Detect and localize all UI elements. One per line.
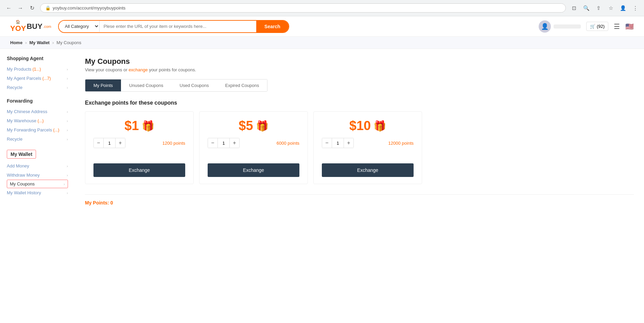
coupon-controls-5: − + 6000 points <box>208 138 299 148</box>
search-button[interactable]: Search <box>256 21 289 32</box>
category-select[interactable]: All Category <box>59 21 100 32</box>
wallet-section: My Wallet Add Money › Withdraw Money › M… <box>7 150 68 197</box>
qty-decrease-1[interactable]: − <box>94 138 103 148</box>
back-button[interactable]: ← <box>4 3 14 13</box>
coupon-controls-10: − + 12000 points <box>322 138 414 148</box>
qty-control-1: − + <box>93 138 125 148</box>
sidebar-item-label: Add Money <box>7 163 29 168</box>
qty-decrease-10[interactable]: − <box>322 138 332 148</box>
qty-control-10: − + <box>322 138 354 148</box>
coupon-value-1: $1 🎁 <box>124 119 154 133</box>
forwarding-parcels-badge: (...) <box>53 128 59 132</box>
qty-decrease-5[interactable]: − <box>208 138 217 148</box>
gift-icon-5: 🎁 <box>256 120 268 132</box>
qty-increase-5[interactable]: + <box>230 138 239 148</box>
shopping-agent-section: Shopping Agent My Products (1...) › My A… <box>7 56 68 92</box>
gift-icon-10: 🎁 <box>373 120 386 132</box>
qty-control-5: − + <box>208 138 240 148</box>
chevron-right-icon: › <box>67 164 68 168</box>
sidebar-item-my-warehouse[interactable]: My Warehouse (...) › <box>7 116 68 125</box>
search-input[interactable] <box>100 21 256 32</box>
sidebar-item-recycle-forwarding[interactable]: Recycle › <box>7 134 68 144</box>
page-subtitle: View your coupons or exchange your point… <box>85 67 634 72</box>
qty-input-5[interactable] <box>217 138 230 148</box>
logo-yoy: 🏠 YOY <box>10 20 26 33</box>
bottom-divider <box>85 194 634 195</box>
breadcrumb-home[interactable]: Home <box>10 40 22 45</box>
tab-my-points[interactable]: My Points <box>85 79 121 91</box>
exchange-link[interactable]: exchange <box>128 67 147 72</box>
username <box>554 24 581 29</box>
exchange-button-1[interactable]: Exchange <box>93 163 185 177</box>
tab-used-coupons[interactable]: Used Coupons <box>172 79 217 91</box>
qty-increase-10[interactable]: + <box>344 138 353 148</box>
chevron-right-icon: › <box>67 191 68 195</box>
avatar: 👤 <box>539 20 551 33</box>
cart-button[interactable]: 🛒 (92) <box>586 22 608 31</box>
sidebar-item-my-agent-parcels[interactable]: My Agent Parcels (...7) › <box>7 74 68 83</box>
wallet-section-title: My Wallet <box>7 150 36 159</box>
site-header: 🏠 YOY BUY .com All Category Search 👤 🛒 (… <box>0 16 644 37</box>
exchange-button-10[interactable]: Exchange <box>322 163 414 177</box>
my-points-value: 0 <box>110 200 113 205</box>
coupon-value-10: $10 🎁 <box>349 119 386 133</box>
main-content: My Coupons View your coupons or exchange… <box>75 49 644 318</box>
sidebar-item-my-forwarding-parcels[interactable]: My Forwarding Parcels (...) › <box>7 125 68 134</box>
menu-icon[interactable]: ⋮ <box>630 3 640 13</box>
coupons-grid: $1 🎁 − + 1200 points Exchange $5 <box>85 111 634 184</box>
warehouse-badge: (...) <box>38 119 44 123</box>
sidebar-item-my-products[interactable]: My Products (1...) › <box>7 65 68 74</box>
breadcrumb-current: My Coupons <box>56 40 81 45</box>
sidebar-item-label: Withdraw Money <box>7 173 40 178</box>
breadcrumb-sep-1: › <box>25 40 27 45</box>
sidebar-item-my-coupons[interactable]: My Coupons › <box>7 180 68 188</box>
logo-buy: BUY <box>27 22 42 31</box>
share-icon[interactable]: ⇧ <box>594 3 603 13</box>
browser-icons: ⊡ 🔍 ⇧ ☆ 👤 ⋮ <box>569 3 640 13</box>
tabs-bar: My Points Unused Coupons Used Coupons Ex… <box>85 79 267 92</box>
chevron-right-icon: › <box>67 86 68 90</box>
sidebar-item-label: My Products (1...) <box>7 67 41 72</box>
chevron-right-icon: › <box>67 67 68 71</box>
browser-navigation: ← → ↻ <box>4 3 37 13</box>
sidebar-item-label: My Coupons <box>10 181 35 186</box>
logo[interactable]: 🏠 YOY BUY .com <box>10 20 51 33</box>
forward-button[interactable]: → <box>16 3 25 13</box>
page-title: My Coupons <box>85 57 634 66</box>
sidebar-item-recycle-shopping[interactable]: Recycle › <box>7 83 68 92</box>
cart-icon: 🛒 <box>590 24 595 29</box>
coupon-card-5: $5 🎁 − + 6000 points Exchange <box>199 111 308 184</box>
sidebar-item-label: My Wallet History <box>7 190 41 195</box>
breadcrumb-wallet[interactable]: My Wallet <box>29 40 49 45</box>
products-badge: (1...) <box>33 67 41 72</box>
tab-unused-coupons[interactable]: Unused Coupons <box>121 79 171 91</box>
header-right: 👤 🛒 (92) ☰ 🇺🇸 <box>539 20 634 33</box>
reload-button[interactable]: ↻ <box>27 3 37 13</box>
qty-input-10[interactable] <box>332 138 344 148</box>
qty-increase-1[interactable]: + <box>116 138 125 148</box>
coupon-controls-1: − + 1200 points <box>93 138 185 148</box>
translate-icon[interactable]: ⊡ <box>569 3 579 13</box>
chevron-right-icon: › <box>67 119 68 123</box>
sidebar-item-my-wallet-history[interactable]: My Wallet History › <box>7 188 68 197</box>
coupon-card-1: $1 🎁 − + 1200 points Exchange <box>85 111 194 184</box>
zoom-icon[interactable]: 🔍 <box>581 3 591 13</box>
sidebar-item-withdraw-money[interactable]: Withdraw Money › <box>7 171 68 180</box>
main-layout: Shopping Agent My Products (1...) › My A… <box>0 49 644 318</box>
sidebar-item-my-chinese-address[interactable]: My Chinese Address › <box>7 107 68 116</box>
breadcrumb-sep-2: › <box>52 40 54 45</box>
profile-icon[interactable]: 👤 <box>618 3 628 13</box>
coupon-value-5: $5 🎁 <box>239 119 268 133</box>
tab-expired-coupons[interactable]: Expired Coupons <box>217 79 267 91</box>
hamburger-menu[interactable]: ☰ <box>614 22 620 31</box>
sidebar-item-label: My Forwarding Parcels (...) <box>7 127 59 132</box>
url-text: yoybuy.com/account/myyoybuypoints <box>53 5 125 11</box>
chevron-right-icon: › <box>64 182 65 186</box>
exchange-button-5[interactable]: Exchange <box>208 163 299 177</box>
address-bar[interactable]: 🔒 yoybuy.com/account/myyoybuypoints <box>40 3 566 13</box>
qty-input-1[interactable] <box>103 138 116 148</box>
bookmark-icon[interactable]: ☆ <box>606 3 615 13</box>
sidebar-item-label: Recycle <box>7 137 22 142</box>
sidebar-item-add-money[interactable]: Add Money › <box>7 161 68 171</box>
user-info: 👤 <box>539 20 581 33</box>
